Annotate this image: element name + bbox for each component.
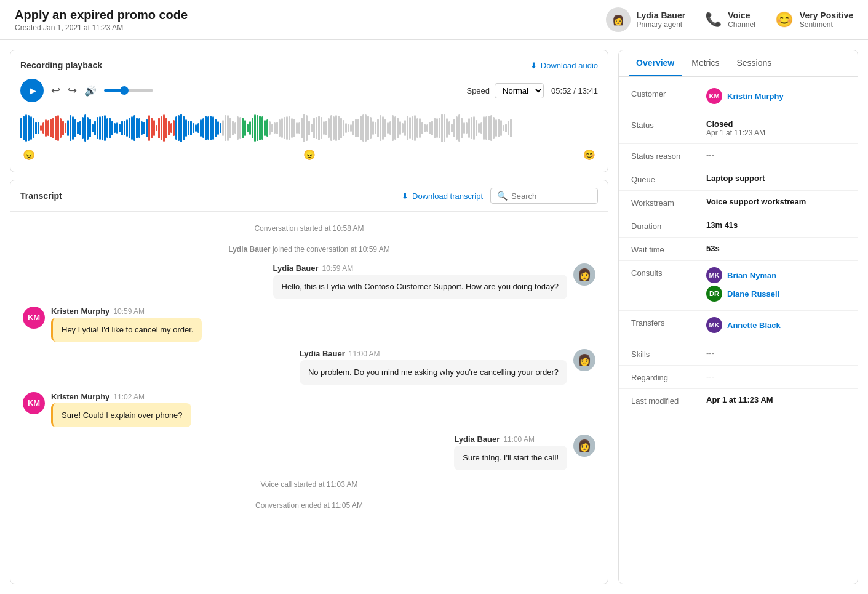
consult-link-1[interactable]: MK Brian Nyman	[706, 267, 845, 283]
right-panel: Overview Metrics Sessions Customer KM Kr…	[618, 50, 858, 584]
detail-duration: Duration 13m 41s	[619, 214, 858, 238]
value-queue: Laptop support	[706, 174, 845, 183]
sentiment-label: Sentiment	[800, 20, 853, 29]
status-date: Apr 1 at 11:23 AM	[706, 129, 845, 137]
agent-name: Lydia Bauer	[637, 10, 686, 20]
msg-customer-2: KM Kristen Murphy 11:02 AM Sure! Could I…	[23, 392, 595, 428]
detail-queue: Queue Laptop support	[619, 167, 858, 191]
tab-metrics[interactable]: Metrics	[684, 50, 727, 76]
msg-sender-agent-3: Lydia Bauer	[454, 435, 500, 444]
msg-agent-1: 👩 Lydia Bauer 10:59 AM Hello, this is Ly…	[23, 263, 595, 299]
customer-link[interactable]: KM Kristin Murphy	[706, 88, 845, 104]
value-status-reason: ---	[706, 150, 845, 159]
system-msg-call: Voice call started at 11:03 AM	[23, 478, 595, 491]
msg-meta-agent-2: Lydia Bauer 11:00 AM	[300, 349, 567, 358]
consult-name-2: Diane Russell	[727, 289, 779, 299]
detail-workstream: Workstream Voice support workstream	[619, 191, 858, 214]
rewind-10-icon: ↩	[51, 84, 60, 97]
label-customer: Customer	[631, 88, 699, 98]
rewind-10-button[interactable]: ↩	[51, 84, 60, 97]
main-content: Recording playback ⬇ Download audio ▶ ↩ …	[0, 40, 868, 594]
volume-button[interactable]: 🔊	[84, 85, 97, 97]
download-transcript-button[interactable]: ⬇ Download transcript	[402, 191, 483, 201]
header-right: 👩 Lydia Bauer Primary agent 📞 Voice Chan…	[606, 7, 854, 32]
download-audio-icon: ⬇	[530, 61, 537, 70]
transfer-link-1[interactable]: MK Annette Black	[706, 317, 845, 333]
consult-name-1: Brian Nyman	[727, 271, 776, 280]
msg-time-customer-2: 11:02 AM	[113, 393, 145, 401]
agent-avatar-1: 👩	[573, 263, 595, 286]
label-status: Status	[631, 119, 699, 130]
negative-sentiment-icon-1: 😠	[23, 149, 35, 161]
speed-control: Speed 0.5x 0.75x Normal 1.25x 1.5x 2x	[466, 83, 544, 98]
label-status-reason: Status reason	[631, 150, 699, 161]
waveform-area: 😠 😠 😊	[20, 110, 598, 162]
agent-info: 👩 Lydia Bauer Primary agent	[606, 7, 686, 32]
value-transfers: MK Annette Black	[706, 317, 845, 335]
transfer-avatar-1: MK	[706, 317, 722, 333]
download-audio-button[interactable]: ⬇ Download audio	[530, 61, 598, 70]
msg-agent-2: 👩 Lydia Bauer 11:00 AM No problem. Do yo…	[23, 349, 595, 385]
value-skills: ---	[706, 348, 845, 358]
speed-select[interactable]: 0.5x 0.75x Normal 1.25x 1.5x 2x	[495, 83, 544, 98]
msg-content-customer-1: Kristen Murphy 10:59 AM Hey Lydia! I'd l…	[51, 307, 202, 342]
msg-content-agent-2: Lydia Bauer 11:00 AM No problem. Do you …	[300, 349, 567, 385]
negative-sentiment-icon-2: 😠	[303, 149, 316, 161]
forward-30-icon: ↪	[68, 84, 77, 97]
agent-avatar-2: 👩	[573, 349, 595, 371]
sentiment-name: Very Positive	[800, 10, 853, 20]
consult-avatar-2: DR	[706, 286, 722, 302]
msg-sender-agent-1: Lydia Bauer	[273, 263, 319, 273]
label-queue: Queue	[631, 174, 699, 184]
detail-customer: Customer KM Kristin Murphy	[619, 82, 858, 113]
value-wait-time: 53s	[706, 244, 845, 253]
customer-avatar-sm: KM	[706, 88, 722, 104]
tab-sessions[interactable]: Sessions	[729, 50, 779, 76]
customer-avatar-2: KM	[23, 392, 45, 414]
time-display: 05:52 / 13:41	[551, 86, 598, 95]
detail-transfers: Transfers MK Annette Black	[619, 311, 858, 342]
left-panel: Recording playback ⬇ Download audio ▶ ↩ …	[10, 50, 608, 584]
channel-name: Voice	[728, 10, 755, 20]
detail-skills: Skills ---	[619, 342, 858, 366]
value-duration: 13m 41s	[706, 220, 845, 230]
transcript-actions: ⬇ Download transcript 🔍	[402, 188, 598, 204]
customer-avatar-1: KM	[23, 307, 45, 329]
search-input[interactable]	[511, 191, 591, 201]
agent-avatar: 👩	[606, 7, 631, 32]
conversation-body: Conversation started at 10:58 AM Lydia B…	[10, 212, 608, 584]
msg-time-customer-1: 10:59 AM	[113, 307, 145, 316]
sentiment-text: Very Positive Sentiment	[800, 10, 853, 29]
positive-sentiment-icon: 😊	[583, 149, 595, 161]
detail-last-modified: Last modified Apr 1 at 11:23 AM	[619, 389, 858, 412]
msg-time-agent-1: 10:59 AM	[322, 264, 354, 273]
consult-link-2[interactable]: DR Diane Russell	[706, 286, 845, 302]
label-skills: Skills	[631, 348, 699, 359]
tabs-bar: Overview Metrics Sessions	[619, 50, 858, 77]
header-left: Apply an expired promo code Created Jan …	[15, 8, 188, 32]
waveform[interactable]	[20, 110, 598, 146]
page-title: Apply an expired promo code	[15, 8, 188, 22]
msg-content-customer-2: Kristen Murphy 11:02 AM Sure! Could I ex…	[51, 392, 191, 428]
status-block: Closed Apr 1 at 11:23 AM	[706, 119, 845, 137]
msg-meta-agent-1: Lydia Bauer 10:59 AM	[273, 263, 567, 273]
detail-regarding: Regarding ---	[619, 366, 858, 389]
value-customer: KM Kristin Murphy	[706, 88, 845, 106]
msg-time-agent-3: 11:00 AM	[503, 435, 535, 444]
forward-30-button[interactable]: ↪	[68, 84, 77, 97]
customer-name: Kristin Murphy	[727, 92, 784, 101]
page-header: Apply an expired promo code Created Jan …	[0, 0, 868, 40]
agent-text: Lydia Bauer Primary agent	[637, 10, 686, 29]
play-button[interactable]: ▶	[20, 79, 44, 102]
label-regarding: Regarding	[631, 372, 699, 382]
msg-bubble-agent-2: No problem. Do you mind me asking why yo…	[300, 360, 567, 385]
channel-label: Channel	[728, 20, 755, 29]
tab-overview[interactable]: Overview	[629, 50, 682, 76]
value-status: Closed Apr 1 at 11:23 AM	[706, 119, 845, 137]
speed-label: Speed	[466, 86, 490, 95]
sentiment-markers: 😠 😠 😊	[20, 148, 598, 162]
value-consults: MK Brian Nyman DR Diane Russell	[706, 267, 845, 304]
transcript-title: Transcript	[20, 191, 62, 201]
volume-slider[interactable]	[104, 89, 153, 92]
recording-title: Recording playback	[20, 60, 102, 70]
